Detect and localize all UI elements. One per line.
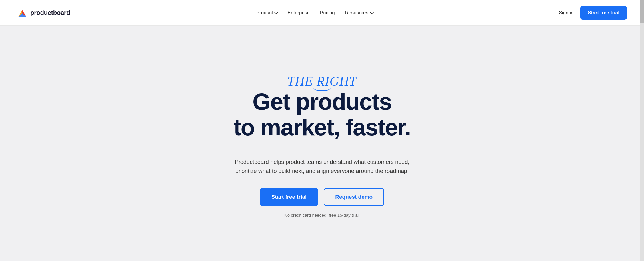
hero-title-line2: to market, faster. <box>234 114 410 140</box>
nav-link-enterprise[interactable]: Enterprise <box>287 10 309 16</box>
hero-disclaimer: No credit card needed, free 15-day trial… <box>284 213 360 218</box>
logo-icon <box>17 8 27 18</box>
hero-request-demo-button[interactable]: Request demo <box>324 188 384 206</box>
logo[interactable]: productboard <box>17 8 70 18</box>
hero-title: Get products to market, faster. <box>234 89 410 140</box>
navbar: productboard Product Enterprise Pricing … <box>0 0 644 26</box>
nav-item-product[interactable]: Product <box>256 10 277 16</box>
hero-headline-wrapper: THE RIGHT Get products to market, faster… <box>234 74 410 140</box>
logo-text: productboard <box>30 9 70 17</box>
hero-start-trial-button[interactable]: Start free trial <box>260 188 318 206</box>
chevron-down-icon <box>370 10 374 14</box>
nav-link-resources[interactable]: Resources <box>345 10 373 16</box>
nav-links: Product Enterprise Pricing Resources <box>256 10 373 16</box>
nav-item-pricing[interactable]: Pricing <box>320 10 335 16</box>
nav-item-resources[interactable]: Resources <box>345 10 373 16</box>
nav-cta-area: Sign in Start free trial <box>559 6 627 20</box>
hero-title-line1: Get products <box>253 89 391 115</box>
sign-in-link[interactable]: Sign in <box>559 10 573 16</box>
nav-item-enterprise[interactable]: Enterprise <box>287 10 309 16</box>
hero-annotation: THE RIGHT <box>234 74 410 89</box>
nav-link-pricing[interactable]: Pricing <box>320 10 335 16</box>
scrollbar-track[interactable] <box>640 0 644 261</box>
chevron-down-icon <box>274 10 278 14</box>
scrollbar-thumb[interactable] <box>640 0 644 23</box>
hero-buttons: Start free trial Request demo <box>260 188 384 206</box>
nav-start-trial-button[interactable]: Start free trial <box>580 6 627 20</box>
nav-link-product[interactable]: Product <box>256 10 277 16</box>
hero-subtitle: Productboard helps product teams underst… <box>225 157 419 176</box>
hero-section: THE RIGHT Get products to market, faster… <box>0 26 644 260</box>
